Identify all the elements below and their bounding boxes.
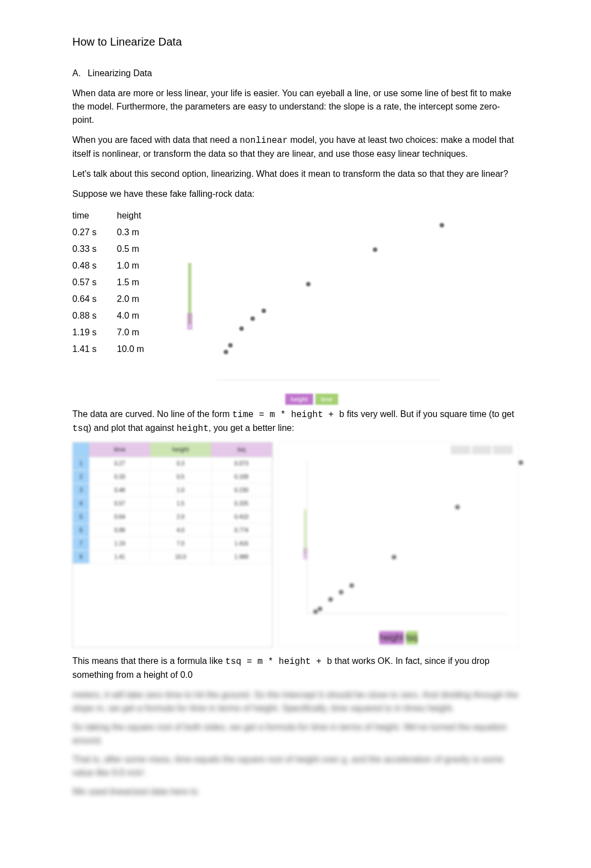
spreadsheet-row: 50.642.00.410 [73, 510, 272, 524]
spreadsheet-row: 40.571.50.325 [73, 497, 272, 510]
legend-height: height [285, 394, 313, 405]
formula-2: tsq = m * height + b [225, 657, 332, 667]
paragraph-3: Let's talk about this second option, lin… [72, 167, 519, 181]
table-row: 0.48 s 1.0 m [72, 257, 161, 274]
spreadsheet: time height tsq 10.270.30.07320.330.50.1… [72, 442, 273, 648]
legend-height-2: height [380, 631, 404, 644]
data-point [440, 223, 444, 227]
data-point [306, 282, 311, 286]
spreadsheet-row: 60.884.00.774 [73, 524, 272, 537]
data-point [455, 505, 460, 509]
data-and-chart-row: time height 0.27 s 0.3 m 0.33 s 0.5 m 0.… [72, 207, 519, 408]
data-point [328, 597, 333, 602]
data-point [313, 609, 318, 614]
data-point [349, 583, 354, 588]
data-point [250, 316, 255, 321]
data-point [339, 590, 343, 594]
section-letter: A. [72, 67, 81, 80]
spreadsheet-row: 10.270.30.073 [73, 457, 272, 470]
header-time: time [72, 207, 117, 224]
paragraph-4: Suppose we have these fake falling-rock … [72, 187, 519, 201]
data-point [373, 247, 377, 252]
tsq-term: tsq [72, 424, 88, 434]
section-heading: A. Linearizing Data [72, 67, 519, 80]
paragraph-5: The data are curved. No line of the form… [72, 408, 519, 435]
data-point [262, 309, 266, 313]
table-header-row: time height [72, 207, 161, 224]
scatter-chart-tsq-vs-height: height tsq [278, 442, 519, 648]
spreadsheet-row: 81.4110.01.988 [73, 550, 272, 564]
page-title: How to Linearize Data [72, 33, 519, 50]
legend-time: time [316, 394, 338, 405]
nonlinear-term: nonlinear [240, 136, 288, 146]
table-row: 1.19 s 7.0 m [72, 324, 161, 341]
data-point [228, 343, 233, 348]
spreadsheet-row: 71.197.01.416 [73, 537, 272, 550]
paragraph-2: When you are faced with data that need a… [72, 133, 519, 161]
formula-1: time = m * height + b [232, 410, 344, 420]
data-table: time height 0.27 s 0.3 m 0.33 s 0.5 m 0.… [72, 207, 161, 408]
section-name: Linearizing Data [88, 68, 152, 78]
data-point [519, 460, 523, 465]
spreadsheet-row: 30.481.00.230 [73, 484, 272, 497]
legend-tsq: tsq [406, 631, 417, 644]
scatter-chart-time-vs-height: height time [178, 207, 445, 408]
table-row: 0.33 s 0.5 m [72, 241, 161, 257]
table-row: 1.41 s 10.0 m [72, 341, 161, 358]
table-row: 0.27 s 0.3 m [72, 224, 161, 241]
table-row: 0.57 s 1.5 m [72, 274, 161, 291]
spreadsheet-and-chart-row: time height tsq 10.270.30.07320.330.50.1… [72, 442, 519, 648]
data-point [239, 326, 244, 331]
header-height: height [117, 207, 161, 224]
chart-1-container: height time [178, 207, 519, 408]
height-term: height [176, 424, 209, 434]
paragraph-6: This means that there is a formula like … [72, 654, 519, 682]
table-row: 0.64 s 2.0 m [72, 291, 161, 307]
paragraph-1: When data are more or less linear, your … [72, 87, 519, 127]
data-point [224, 350, 228, 354]
table-row: 0.88 s 4.0 m [72, 307, 161, 324]
blurred-continuation: meters, it will take zero time to hit th… [72, 688, 519, 798]
spreadsheet-row: 20.330.50.109 [73, 470, 272, 484]
data-point [318, 607, 322, 611]
data-point [392, 555, 396, 559]
